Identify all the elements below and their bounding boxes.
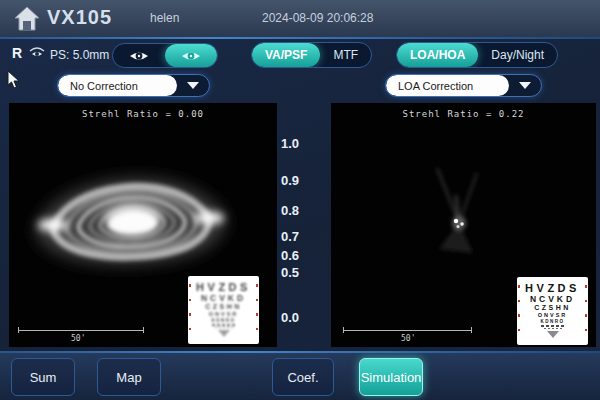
coef-button[interactable]: Coef. <box>272 358 334 396</box>
strehl-ratio-label: Strehl Ratio = 0.22 <box>331 109 596 119</box>
va-scale-value: 0.7 <box>276 229 304 244</box>
sum-button[interactable]: Sum <box>11 358 75 396</box>
eye-side-label: R <box>12 45 22 61</box>
psf-panel-loa-correction: Strehl Ratio = 0.22 50' HVZDS NCVKD CZS <box>331 103 596 347</box>
user-name: helen <box>150 11 179 25</box>
timestamp: 2024-08-09 20:06:28 <box>262 11 373 25</box>
left-correction-dropdown[interactable]: No Correction <box>57 74 210 97</box>
app-title: VX105 <box>47 6 112 29</box>
home-icon[interactable] <box>14 6 40 31</box>
eye-chart-row: CZSHN <box>191 303 256 311</box>
va-scale-value: 1.0 <box>276 136 304 151</box>
strehl-ratio-label: Strehl Ratio = 0.00 <box>9 109 277 119</box>
eye-icon <box>180 49 202 63</box>
top-divider-line <box>0 37 600 39</box>
eye-chart-triangle <box>218 330 230 337</box>
eye-chart-row: KDNRO <box>520 319 585 324</box>
top-bar: VX105 helen 2024-08-09 20:06:28 <box>0 0 600 37</box>
right-correction-dropdown[interactable]: LOA Correction <box>385 74 542 97</box>
va-scale-value: 0.0 <box>276 310 304 325</box>
eye-chart-row: KDNRO <box>191 318 256 323</box>
map-button[interactable]: Map <box>97 358 161 396</box>
aberration-mode-tabs: LOA/HOA Day/Night <box>396 42 558 68</box>
eye-chart-row: CZSHN <box>520 304 585 312</box>
right-correction-value: LOA Correction <box>386 75 509 96</box>
angular-scale-bar <box>18 330 144 331</box>
psf-point-image <box>399 143 519 283</box>
app-window: VX105 helen 2024-08-09 20:06:28 R PS: 5.… <box>0 0 600 400</box>
va-scale-value: 0.8 <box>276 203 304 218</box>
angular-scale-bar <box>343 330 472 331</box>
eye-select-toggle <box>112 43 218 68</box>
eye-chart-card: HVZDS NCVKD CZSHN ONVSR KDNRO <box>188 276 259 344</box>
angular-scale-label: 50' <box>401 334 415 343</box>
eye-chart-row: HVZDS <box>520 282 585 295</box>
va-scale-value: 0.6 <box>276 248 304 263</box>
eye-chart-row: HVZDS <box>191 281 256 294</box>
tab-va-psf[interactable]: VA/PSF <box>252 43 320 67</box>
mouse-cursor-icon <box>7 70 21 90</box>
left-eye-button[interactable] <box>113 44 165 67</box>
left-correction-value: No Correction <box>58 75 177 96</box>
simulation-button[interactable]: Simulation <box>359 358 423 396</box>
dropdown-arrow-icon[interactable] <box>509 75 541 96</box>
tab-mtf[interactable]: MTF <box>320 43 371 67</box>
eye-chart-row: NCVKD <box>520 295 585 305</box>
psf-panel-no-correction: Strehl Ratio = 0.00 <box>9 103 277 347</box>
va-scale-value: 0.9 <box>276 173 304 188</box>
tab-loa-hoa[interactable]: LOA/HOA <box>397 43 478 67</box>
va-scale-value: 0.5 <box>276 265 304 280</box>
eye-chart-triangle <box>547 331 559 338</box>
bottom-bar: Sum Map Coef. Simulation <box>0 353 600 400</box>
eye-chart-card: HVZDS NCVKD CZSHN ONVSR KDNRO <box>517 277 588 345</box>
angular-scale-label: 50' <box>71 334 85 343</box>
eye-icon <box>128 49 150 63</box>
tab-day-night[interactable]: Day/Night <box>478 43 557 67</box>
display-mode-tabs: VA/PSF MTF <box>251 42 372 68</box>
pupil-size-label: PS: 5.0mm <box>50 48 109 62</box>
eye-chart-row: NCVKD <box>191 294 256 304</box>
right-eye-button[interactable] <box>165 44 217 67</box>
eye-side-icon <box>28 46 46 60</box>
dropdown-arrow-icon[interactable] <box>177 75 209 96</box>
